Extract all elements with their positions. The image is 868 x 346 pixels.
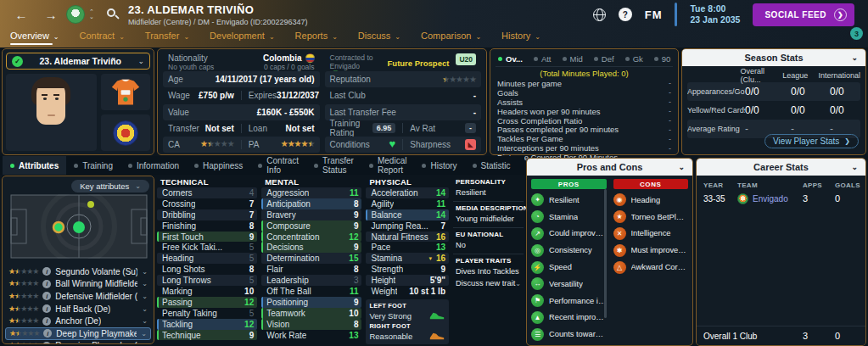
attribute-row[interactable]: Heading5 (157, 253, 257, 264)
pro-item[interactable]: ⚡Speed (531, 259, 607, 276)
player-switcher-icon[interactable]: ⌃⌄ (89, 9, 94, 20)
role-row[interactable]: ★★★★★★★★★★ i Anchor (De) ⌄ (5, 315, 151, 327)
attribute-row[interactable]: Leadership3 (261, 275, 361, 286)
tab-contract-info[interactable]: Contract Info (250, 156, 306, 175)
attribute-row[interactable]: Penalty Taking5 (157, 308, 257, 319)
attribute-row[interactable]: Height5'9" (366, 275, 449, 286)
forward-icon[interactable]: → (42, 8, 59, 22)
scrollbar[interactable] (604, 189, 607, 318)
role-row[interactable]: ★★★★★★★★★★ i Half Back (De) ⌄ (5, 303, 151, 315)
notification-badge[interactable]: 3 (850, 27, 863, 40)
tab-discuss[interactable]: Discuss⌄ (358, 31, 400, 45)
view-player-stats-button[interactable]: View Player Stats ❯ (764, 134, 859, 148)
attribute-row[interactable]: Jumping Rea...7 (366, 220, 449, 232)
attribute-row[interactable]: Aggression11 (261, 187, 361, 198)
attribute-row[interactable]: Marking10 (157, 286, 257, 297)
pros-cons-header-dropdown[interactable]: Pros and Cons ⌄ (527, 159, 692, 176)
attribute-row-key[interactable]: Decisions9 (261, 242, 361, 253)
attribute-row[interactable]: Corners4 (157, 187, 257, 198)
pro-item[interactable]: ✦Resilient (531, 192, 607, 209)
attribute-row[interactable]: Bravery9 (261, 209, 361, 220)
pro-item[interactable]: ⚑Performance in... (531, 293, 607, 310)
tab-training[interactable]: Training (66, 156, 120, 175)
attribute-row-key[interactable]: First Touch9 (157, 232, 257, 243)
back-icon[interactable]: ← (13, 8, 30, 22)
stats-tab-gk[interactable]: Gk (625, 54, 643, 64)
tab-reports[interactable]: Reports⌄ (295, 31, 338, 45)
attribute-row[interactable]: Stamina▾16 (366, 253, 449, 264)
attribute-row[interactable]: Weight10 st 1 lb (366, 286, 449, 297)
attribute-row[interactable]: Work Rate13 (261, 330, 361, 341)
game-clock[interactable]: Tue 8:00 23 Jan 2035 (690, 3, 740, 25)
attribute-row-key[interactable]: Composure9 (261, 220, 361, 232)
attribute-row-key[interactable]: Concentration12 (261, 232, 361, 243)
social-feed-button[interactable]: SOCIAL FEED ❯ (753, 3, 854, 26)
attribute-row[interactable]: Determination15 (261, 253, 361, 264)
attribute-row[interactable]: Off The Ball11 (261, 286, 361, 297)
attribute-row-highlighted[interactable]: Tackling12 (157, 319, 257, 330)
help-icon[interactable]: ? (619, 8, 632, 21)
attribute-row[interactable]: Flair8 (261, 264, 361, 275)
con-item[interactable]: ✕Intelligence (613, 226, 689, 243)
tab-transfer[interactable]: Transfer⌄ (145, 31, 189, 45)
tab-comparison[interactable]: Comparison⌄ (421, 31, 481, 45)
discuss-new-trait-dropdown[interactable]: Discuss new trait ⌄ (456, 279, 524, 287)
stats-tab-mid[interactable]: Mid (563, 54, 583, 64)
tab-medical-report[interactable]: Medical Report (361, 156, 414, 175)
tab-contract[interactable]: Contract⌄ (80, 31, 125, 45)
search-icon[interactable] (106, 8, 120, 21)
world-icon[interactable] (593, 8, 606, 21)
attribute-row[interactable]: Long Throws5 (157, 275, 257, 286)
attribute-row[interactable]: Agility11 (366, 198, 449, 209)
stats-tab-overall[interactable]: Ov... (498, 54, 523, 64)
role-row[interactable]: ★★★★★★★★★★ i Ball Winning Midfielder (De… (5, 278, 151, 291)
con-item[interactable]: △Awkward Core Social... (613, 259, 689, 276)
attribute-row[interactable]: Strength9 (366, 264, 449, 275)
club-logo[interactable] (66, 5, 85, 24)
tab-happiness[interactable]: Happiness (187, 156, 250, 175)
attribute-row-key[interactable]: Teamwork10 (261, 308, 361, 319)
attribute-row[interactable]: Free Kick Taki...5 (157, 242, 257, 253)
tab-development[interactable]: Development⌄ (210, 31, 275, 45)
tab-information[interactable]: Information (120, 156, 187, 175)
tab-overview[interactable]: Overview⌄ (10, 31, 59, 45)
attribute-row[interactable]: Finishing8 (157, 220, 257, 232)
pro-item[interactable]: ◎Consistency (531, 242, 607, 259)
stats-tab-90[interactable]: 90 (654, 54, 671, 64)
season-stats-header-dropdown[interactable]: Season Stats ⌄ (682, 49, 865, 66)
role-row[interactable]: ★★★★★★★★★★ i Segundo Volante (Su) ⌄ (5, 265, 151, 278)
attribute-row-highlighted[interactable]: Balance14 (366, 209, 449, 220)
pro-item[interactable]: ◔Stamina (531, 209, 607, 226)
attribute-row[interactable]: Pace13 (366, 242, 449, 253)
attribute-row[interactable]: Natural Fitness16 (366, 232, 449, 243)
attribute-row-highlighted[interactable]: Anticipation8 (261, 198, 361, 209)
attribute-row-key[interactable]: Technique9 (157, 330, 257, 341)
stats-tab-att[interactable]: Att (534, 54, 552, 64)
attribute-row[interactable]: Crossing7 (157, 198, 257, 209)
con-item[interactable]: ✱Must improve Strength (613, 242, 689, 259)
key-attributes-dropdown[interactable]: Key attributes ⌄ (71, 180, 149, 193)
attribute-row-highlighted[interactable]: Positioning9 (261, 297, 361, 308)
stats-tab-def[interactable]: Def (594, 54, 614, 64)
tab-history[interactable]: History⌄ (501, 31, 540, 45)
tab-attributes[interactable]: Attributes (3, 156, 66, 175)
attribute-row-key[interactable]: Passing12 (157, 297, 257, 308)
tab-statistic[interactable]: Statistic (465, 156, 518, 175)
pro-item[interactable]: ☰Counts towards... (531, 326, 607, 343)
con-item[interactable]: ★Torneo BetPlay standa... (613, 209, 689, 226)
attribute-row-key[interactable]: Vision8 (261, 319, 361, 330)
attribute-row[interactable]: Acceleration14 (366, 187, 449, 198)
attribute-row[interactable]: Dribbling7 (157, 209, 257, 220)
pro-item[interactable]: ↗Could improve a lot (531, 226, 607, 243)
tab-history[interactable]: History (414, 156, 464, 175)
pro-item[interactable]: ▲Recent improvement (531, 310, 607, 326)
role-row[interactable]: ★★★★★★★★★★ i Defensive Midfielder (De) ⌄ (5, 290, 151, 303)
role-row[interactable]: ★★★★★★★★★★ i Roaming Playmaker (Su) ⌄ (5, 340, 151, 344)
team-link[interactable]: Envigado (753, 194, 788, 204)
pro-item[interactable]: ✎ (531, 343, 607, 346)
attribute-row[interactable]: Long Shots8 (157, 264, 257, 275)
player-selector-dropdown[interactable]: ✓ 23. Aldemar Triviño ⌄ (6, 53, 150, 70)
career-stats-header-dropdown[interactable]: Career Stats ⌄ (697, 159, 865, 176)
con-item[interactable]: ◉Heading (613, 192, 689, 209)
pro-item[interactable]: ↔Versatility (531, 276, 607, 293)
